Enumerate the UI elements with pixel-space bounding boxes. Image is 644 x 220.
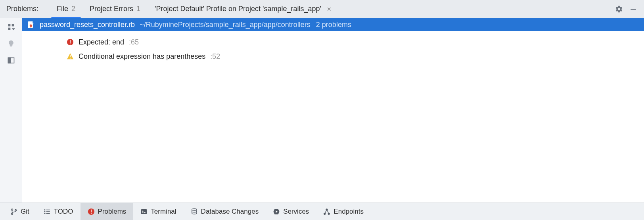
svg-rect-0 [631, 9, 636, 10]
issue-line: :52 [210, 52, 220, 61]
tab-file-count: 2 [71, 5, 75, 13]
file-problem-count: 2 problems [316, 21, 351, 29]
svg-point-17 [15, 209, 17, 211]
svg-rect-26 [91, 213, 92, 214]
svg-rect-21 [46, 211, 50, 212]
preview-panel-icon[interactable] [6, 56, 16, 65]
svg-rect-19 [46, 209, 50, 210]
problems-tab-bar: Problems: File 2 Project Errors 1 'Proje… [0, 0, 644, 18]
bottom-tab-git[interactable]: Git [3, 203, 36, 220]
bottom-tab-problems[interactable]: Problems [80, 203, 134, 220]
file-header[interactable]: password_resets_controller.rb ~/Rubymine… [22, 18, 644, 31]
error-icon [88, 208, 95, 215]
bottom-tab-endpoints[interactable]: Endpoints [316, 203, 371, 220]
bottom-tab-services[interactable]: Services [266, 203, 316, 220]
bottom-tab-terminal[interactable]: Terminal [133, 203, 183, 220]
highlight-icon[interactable] [6, 39, 16, 48]
tab-project-errors-label: Project Errors [90, 5, 133, 13]
tab-inspection-profile-label: 'Project Default' Profile on Project 'sa… [155, 5, 321, 13]
problems-label: Problems: [6, 5, 38, 13]
svg-rect-1 [8, 24, 10, 27]
file-path: ~/RubymineProjects/sample_rails_app/app/… [140, 21, 310, 29]
tab-project-errors[interactable]: Project Errors 1 [82, 0, 148, 18]
svg-point-29 [192, 208, 197, 210]
svg-rect-14 [70, 58, 71, 59]
tab-file[interactable]: File 2 [50, 0, 82, 18]
warning-icon [67, 53, 74, 60]
git-branch-icon [10, 208, 17, 215]
terminal-icon [140, 208, 148, 215]
view-options-icon[interactable] [6, 22, 16, 32]
svg-rect-13 [70, 55, 71, 57]
bottom-tab-label: Problems [98, 208, 126, 216]
bottom-tab-label: Terminal [151, 208, 176, 216]
ruby-file-icon [27, 21, 35, 29]
svg-rect-25 [91, 209, 92, 212]
tool-window-bar: Git TODO Problems Terminal Database Chan… [0, 203, 644, 220]
bottom-tab-todo[interactable]: TODO [36, 203, 80, 220]
database-icon [191, 208, 198, 215]
issue-message: Conditional expression has parentheses [79, 52, 205, 61]
svg-rect-28 [144, 212, 146, 213]
tool-gutter [0, 18, 22, 203]
gear-icon[interactable] [613, 3, 625, 15]
svg-rect-11 [70, 44, 71, 44]
svg-point-20 [44, 211, 45, 212]
minimize-icon[interactable] [627, 3, 639, 15]
error-icon [67, 39, 74, 46]
bottom-tab-label: Endpoints [334, 208, 364, 216]
issue-row[interactable]: Conditional expression has parentheses :… [22, 49, 644, 64]
bottom-tab-label: TODO [54, 208, 73, 216]
issue-line: :65 [129, 38, 139, 46]
svg-rect-23 [46, 213, 50, 214]
svg-point-22 [44, 213, 45, 214]
svg-rect-6 [8, 58, 10, 63]
tab-inspection-profile[interactable]: 'Project Default' Profile on Project 'sa… [148, 0, 337, 18]
close-icon[interactable]: ✕ [325, 5, 333, 13]
bottom-tab-label: Git [21, 208, 29, 216]
tab-project-errors-count: 1 [136, 5, 140, 13]
bottom-tab-label: Database Changes [201, 208, 259, 216]
endpoints-icon [323, 208, 330, 215]
svg-rect-3 [8, 28, 10, 30]
svg-marker-4 [12, 28, 15, 30]
issue-row[interactable]: Expected: end :65 [22, 35, 644, 49]
bottom-tab-label: Services [283, 208, 309, 216]
issue-list: Expected: end :65 Conditional expression… [22, 31, 644, 68]
svg-rect-10 [70, 40, 71, 43]
bottom-tab-database-changes[interactable]: Database Changes [184, 203, 266, 220]
file-name: password_resets_controller.rb [40, 21, 135, 29]
svg-point-15 [12, 208, 13, 210]
issue-message: Expected: end [79, 38, 124, 46]
svg-rect-2 [12, 24, 14, 27]
svg-point-16 [12, 213, 13, 214]
play-hex-icon [273, 208, 280, 215]
list-icon [44, 208, 51, 215]
tab-file-label: File [57, 5, 68, 13]
svg-rect-27 [141, 209, 147, 214]
svg-point-18 [44, 209, 45, 210]
